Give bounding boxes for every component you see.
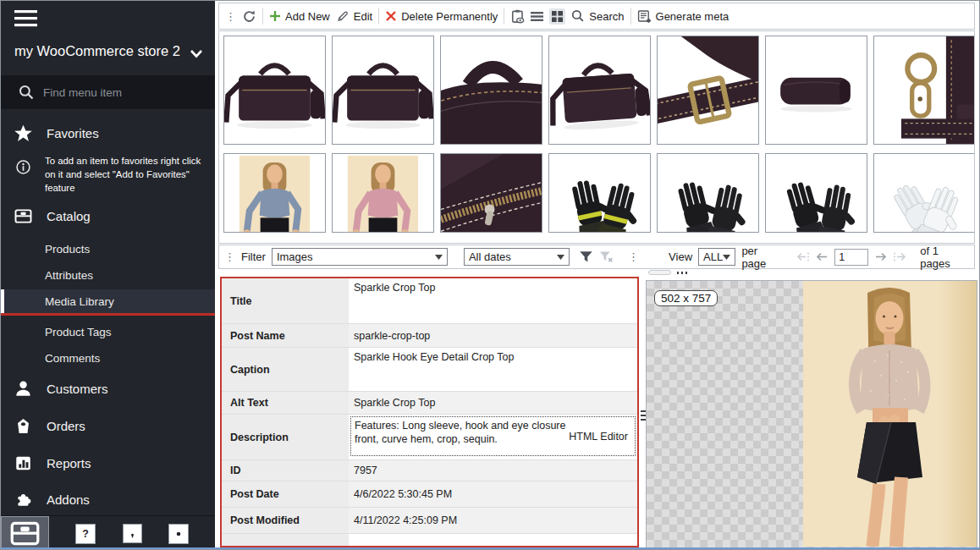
- sidebar-item-media-library[interactable]: Media Library: [1, 289, 215, 313]
- menu-search-input[interactable]: [41, 82, 202, 102]
- preview-photo[interactable]: [803, 281, 977, 549]
- sidebar-item-label: Catalog: [47, 209, 91, 223]
- table-row[interactable]: ID 7957: [222, 460, 637, 481]
- store-selector[interactable]: my WooCommerce store 2: [1, 40, 215, 67]
- sidebar-item-favorites[interactable]: Favorites: [1, 118, 215, 148]
- sidebar-item-reports[interactable]: Reports: [1, 448, 215, 478]
- row-value[interactable]: sparkle-crop-top: [349, 324, 637, 347]
- lock-icon[interactable]: [123, 524, 142, 543]
- sidebar: my WooCommerce store 2 Favorites To add …: [1, 1, 215, 550]
- row-value[interactable]: Sparkle Crop Top: [349, 278, 637, 323]
- generate-meta-button[interactable]: Generate meta: [637, 9, 729, 24]
- toolbar-separator: [504, 8, 504, 25]
- table-row[interactable]: Title Sparkle Crop Top: [222, 278, 637, 324]
- thumbnail-bag-front[interactable]: [223, 36, 326, 145]
- list-view-button[interactable]: [531, 11, 543, 22]
- row-value[interactable]: 7957: [349, 460, 637, 481]
- table-row-description[interactable]: Description Features: Long sleeve, hook …: [222, 415, 637, 460]
- thumbnail-white-gloves[interactable]: [873, 153, 975, 233]
- row-label: Alt Text: [222, 392, 349, 414]
- preview-clipboard-button[interactable]: [510, 9, 525, 24]
- apply-filter-button[interactable]: [579, 250, 593, 263]
- drag-grip-icon[interactable]: ⋮: [225, 11, 236, 22]
- sidebar-item-addons[interactable]: Addons: [1, 484, 215, 514]
- html-editor-link[interactable]: HTML Editor: [569, 430, 628, 443]
- row-label: Title: [222, 278, 349, 323]
- clear-filter-button[interactable]: [599, 250, 614, 263]
- thumbnail-model-pink-crop-top[interactable]: [332, 153, 434, 233]
- help-icon[interactable]: ?: [75, 524, 96, 544]
- thumbnail-belt-buckle-closeup[interactable]: [657, 36, 759, 145]
- drag-grip-icon[interactable]: ⋮: [628, 251, 639, 262]
- next-page-button[interactable]: [874, 251, 887, 262]
- thumbnail-strap-clasp-closeup[interactable]: [873, 36, 975, 145]
- submenu-label: Comments: [45, 352, 100, 365]
- first-page-button[interactable]: [796, 251, 810, 262]
- table-row[interactable]: Post Modified 4/11/2022 4:25:09 PM: [222, 508, 637, 534]
- pages-count-label: of 1 pages: [920, 245, 969, 270]
- prev-page-button[interactable]: [816, 251, 829, 262]
- sidebar-item-catalog[interactable]: Catalog: [1, 201, 215, 231]
- row-value[interactable]: 4/6/2022 5:30:45 PM: [349, 481, 637, 507]
- thumbnail-work-gloves[interactable]: [548, 153, 651, 233]
- thumbnail-model-blue-crop-top[interactable]: [223, 153, 326, 233]
- image-dimensions-badge: 502 x 757: [654, 290, 718, 306]
- table-row[interactable]: Post Date 4/6/2022 5:30:45 PM: [222, 481, 637, 508]
- thumbnail-black-gloves-alt[interactable]: [765, 153, 867, 233]
- table-row[interactable]: Caption Sparkle Hook Eye Detail Crop Top: [222, 348, 637, 392]
- splitter-collapse-handle[interactable]: [648, 270, 671, 275]
- view-label: View: [669, 250, 692, 263]
- thumbnail-bag-front-alt[interactable]: [332, 36, 434, 145]
- delete-permanently-button[interactable]: Delete Permanently: [385, 10, 498, 23]
- table-row[interactable]: Post Name sparkle-crop-top: [222, 324, 637, 348]
- page-number-input[interactable]: [834, 249, 868, 266]
- prev-page-icon: [816, 251, 829, 262]
- sidebar-item-label: Customers: [47, 382, 108, 396]
- settings-gear-icon[interactable]: [168, 524, 189, 544]
- sidebar-item-label: Favorites: [47, 126, 99, 140]
- thumbnail-leather-pouch[interactable]: [765, 36, 867, 145]
- last-page-button[interactable]: [893, 251, 907, 262]
- window-accent-border: [1, 547, 979, 549]
- delete-x-icon: [385, 10, 397, 22]
- addons-icon: [14, 490, 33, 509]
- sidebar-item-attributes[interactable]: Attributes: [1, 263, 215, 287]
- refresh-button[interactable]: [242, 9, 256, 24]
- generate-meta-icon: [637, 9, 652, 24]
- row-value[interactable]: Sparkle Hook Eye Detail Crop Top: [349, 348, 637, 391]
- sidebar-item-comments[interactable]: Comments: [1, 346, 215, 370]
- thumbnail-black-gloves[interactable]: [657, 153, 759, 233]
- type-filter-select[interactable]: Images: [272, 248, 448, 266]
- drag-grip-icon[interactable]: ⋮: [224, 251, 235, 262]
- date-filter-select[interactable]: All dates: [464, 248, 570, 266]
- search-button[interactable]: Search: [571, 9, 624, 23]
- thumbnail-bag-zipper-closeup[interactable]: [440, 153, 542, 233]
- edit-button[interactable]: Edit: [336, 9, 372, 23]
- description-editor[interactable]: Features: Long sleeve, hook and eye clos…: [350, 416, 636, 456]
- add-new-button[interactable]: Add New: [269, 10, 330, 23]
- thumbnail-bag-angle[interactable]: [548, 36, 651, 145]
- search-icon: [18, 84, 35, 101]
- sidebar-bottom-bar: ?: [1, 515, 215, 550]
- hamburger-icon[interactable]: [14, 10, 37, 27]
- media-grid-panel: [218, 30, 975, 244]
- per-page-select[interactable]: ALL: [698, 248, 735, 266]
- row-value[interactable]: Sparkle Crop Top: [349, 392, 637, 414]
- row-value[interactable]: 4/11/2022 4:25:09 PM: [349, 508, 637, 533]
- list-view-icon: [531, 11, 543, 22]
- grid-view-button[interactable]: [549, 8, 565, 25]
- description-text: Features: Long sleeve, hook and eye clos…: [355, 419, 576, 446]
- per-page-value: ALL: [703, 250, 723, 263]
- catalog-tab-icon[interactable]: [1, 516, 49, 550]
- generate-meta-label: Generate meta: [656, 10, 729, 23]
- sidebar-item-products[interactable]: Products: [1, 237, 215, 261]
- funnel-clear-icon: [599, 250, 614, 263]
- sidebar-item-customers[interactable]: Customers: [1, 373, 215, 404]
- sidebar-item-product-tags[interactable]: Product Tags: [1, 320, 215, 344]
- table-row[interactable]: Alt Text Sparkle Crop Top: [222, 392, 637, 415]
- sidebar-item-orders[interactable]: Orders: [1, 410, 215, 441]
- thumbnail-bag-handle-closeup[interactable]: [440, 36, 542, 145]
- submenu-label: Products: [45, 243, 90, 256]
- horizontal-splitter-grip[interactable]: [677, 272, 688, 274]
- sidebar-item-label: Orders: [47, 419, 85, 433]
